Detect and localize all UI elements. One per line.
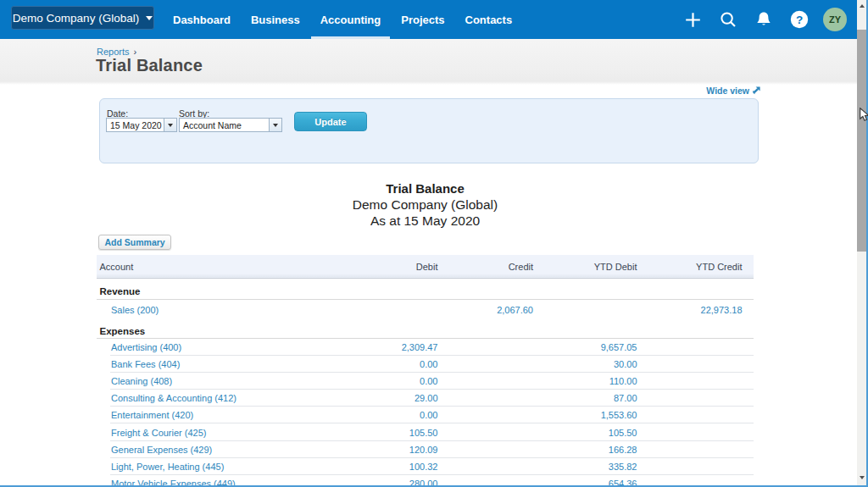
trial-balance-table: Account Debit Credit YTD Debit YTD Credi… xyxy=(97,255,754,487)
caret-down-icon xyxy=(168,124,173,127)
account-row: Consulting & Accounting (412)29.0087.00 xyxy=(97,390,754,407)
avatar-initials: ZY xyxy=(829,14,841,25)
account-link[interactable]: Cleaning (408) xyxy=(111,376,172,386)
caret-down-icon xyxy=(273,124,278,127)
wide-view-link[interactable]: Wide view xyxy=(706,86,760,96)
account-link[interactable]: Freight & Courier (425) xyxy=(111,428,207,438)
section-row-revenue: Revenue xyxy=(97,279,754,300)
ytd-credit-cell: 22,973.18 xyxy=(637,305,754,315)
column-header-ytd-credit: YTD Credit xyxy=(637,262,754,272)
account-link[interactable]: Light, Power, Heating (445) xyxy=(111,462,224,472)
org-menu-label: Demo Company (Global) xyxy=(13,12,139,25)
notifications-button[interactable] xyxy=(749,0,778,39)
scrollbar-thumb[interactable] xyxy=(857,30,866,252)
filter-panel: Date: 15 May 2020 Sort by: Account Name … xyxy=(99,98,759,163)
debit-cell: 105.50 xyxy=(376,428,438,438)
account-link[interactable]: Consulting & Accounting (412) xyxy=(111,393,236,403)
nav-item-label: Projects xyxy=(401,14,444,26)
ytd-debit-cell: 30.00 xyxy=(533,359,637,369)
expand-icon xyxy=(752,86,760,95)
debit-cell: 2,309.47 xyxy=(376,342,438,352)
debit-cell: 0.00 xyxy=(376,376,438,386)
chevron-down-icon xyxy=(146,16,153,20)
report-heading: Trial Balance Demo Company (Global) As a… xyxy=(97,181,754,229)
nav-item-label: Accounting xyxy=(320,14,381,26)
nav-item-label: Contacts xyxy=(465,14,513,26)
triangle-up-icon xyxy=(860,4,865,8)
sort-value: Account Name xyxy=(180,119,269,131)
avatar[interactable]: ZY xyxy=(823,8,847,31)
debit-cell: 100.32 xyxy=(376,462,438,472)
add-summary-button[interactable]: Add Summary xyxy=(98,235,171,250)
debit-cell: 29.00 xyxy=(376,393,438,403)
section-row-expenses: Expenses xyxy=(97,318,754,340)
date-value: 15 May 2020 xyxy=(107,119,164,131)
ytd-debit-cell: 87.00 xyxy=(533,393,637,403)
column-header-debit: Debit xyxy=(376,262,438,272)
wide-view-label: Wide view xyxy=(706,86,749,96)
nav-item-label: Business xyxy=(251,14,300,26)
triangle-down-icon xyxy=(860,476,865,479)
svg-text:?: ? xyxy=(796,14,803,26)
bell-icon xyxy=(755,11,772,28)
section-name: Revenue xyxy=(97,286,376,296)
page-title: Trial Balance xyxy=(96,56,203,75)
nav-item-dashboard[interactable]: Dashboard xyxy=(164,0,240,39)
account-cell: Sales (200) xyxy=(97,305,376,315)
account-link[interactable]: Bank Fees (404) xyxy=(111,359,180,369)
account-cell: Freight & Courier (425) xyxy=(97,428,376,438)
nav-item-projects[interactable]: Projects xyxy=(392,0,453,39)
account-link[interactable]: General Expenses (429) xyxy=(111,445,212,455)
nav-menu: DashboardBusinessAccountingProjectsConta… xyxy=(163,0,522,39)
report-title: Trial Balance xyxy=(97,181,754,196)
account-cell: Light, Power, Heating (445) xyxy=(97,462,376,472)
ytd-debit-cell: 110.00 xyxy=(533,376,637,386)
ytd-debit-cell: 166.28 xyxy=(533,445,637,455)
ytd-debit-cell: 9,657.05 xyxy=(533,342,637,352)
date-dropdown-button[interactable] xyxy=(164,119,176,131)
sort-select[interactable]: Account Name xyxy=(179,118,282,132)
ytd-debit-cell: 1,553.60 xyxy=(533,410,637,420)
credit-cell: 2,067.60 xyxy=(438,305,534,315)
search-button[interactable] xyxy=(714,0,743,39)
account-row: Sales (200)2,067.6022,973.18 xyxy=(97,300,754,318)
scroll-up-button[interactable] xyxy=(857,0,866,12)
account-cell: Consulting & Accounting (412) xyxy=(97,393,376,403)
scroll-down-button[interactable] xyxy=(857,472,866,484)
nav-item-label: Dashboard xyxy=(173,14,231,26)
account-row: Bank Fees (404)0.0030.00 xyxy=(97,356,754,373)
report-date: As at 15 May 2020 xyxy=(97,213,754,229)
report-company: Demo Company (Global) xyxy=(97,196,754,213)
ytd-debit-cell: 335.82 xyxy=(533,462,637,472)
account-row: Advertising (400)2,309.479,657.05 xyxy=(97,339,754,356)
add-new-button[interactable] xyxy=(678,0,707,39)
help-icon: ? xyxy=(790,10,809,29)
top-navbar: Demo Company (Global) DashboardBusinessA… xyxy=(0,0,857,39)
vertical-scrollbar[interactable] xyxy=(857,0,866,487)
account-cell: Cleaning (408) xyxy=(97,376,376,386)
account-link[interactable]: Sales (200) xyxy=(111,305,159,315)
account-cell: Advertising (400) xyxy=(97,342,376,352)
debit-cell: 120.09 xyxy=(376,445,438,455)
column-header-account: Account xyxy=(97,262,376,272)
mouse-cursor xyxy=(860,108,868,123)
debit-cell: 0.00 xyxy=(376,359,438,369)
nav-item-accounting[interactable]: Accounting xyxy=(311,0,391,39)
account-cell: Bank Fees (404) xyxy=(97,359,376,369)
help-button[interactable]: ? xyxy=(785,0,814,39)
nav-item-business[interactable]: Business xyxy=(242,0,309,39)
account-cell: General Expenses (429) xyxy=(97,445,376,455)
section-name: Expenses xyxy=(97,326,376,336)
ytd-debit-cell: 105.50 xyxy=(533,428,637,438)
account-row: Entertainment (420)0.001,553.60 xyxy=(97,407,754,423)
debit-cell: 0.00 xyxy=(376,410,438,420)
update-button[interactable]: Update xyxy=(294,112,367,131)
account-link[interactable]: Entertainment (420) xyxy=(111,410,193,420)
account-link[interactable]: Advertising (400) xyxy=(111,342,181,352)
sort-dropdown-button[interactable] xyxy=(269,119,281,131)
column-header-credit: Credit xyxy=(438,262,534,272)
date-select[interactable]: 15 May 2020 xyxy=(106,118,177,132)
plus-icon xyxy=(685,12,701,28)
org-menu-button[interactable]: Demo Company (Global) xyxy=(11,6,154,30)
nav-item-contacts[interactable]: Contacts xyxy=(456,0,522,39)
